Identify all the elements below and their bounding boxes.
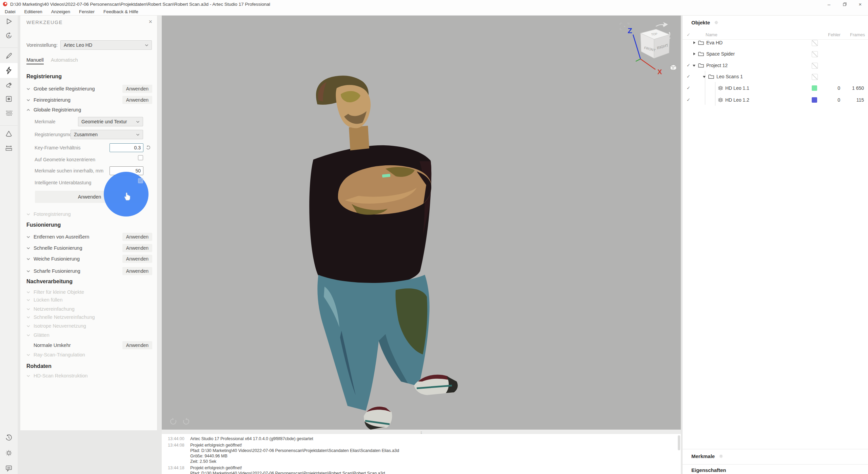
row-label[interactable]: Filter für kleine Objekte: [34, 289, 84, 295]
features-panel-header[interactable]: Merkmale: [683, 449, 868, 465]
color-swatch-empty[interactable]: [812, 40, 818, 46]
close-button[interactable]: ×: [852, 0, 868, 8]
visibility-check-icon[interactable]: ✓: [687, 97, 690, 102]
preset-dropdown[interactable]: Artec Leo HD: [60, 40, 152, 50]
publish-icon[interactable]: [5, 95, 13, 103]
menu-anzeigen[interactable]: Anzeigen: [51, 9, 70, 14]
row-label[interactable]: Normale Umkehr: [34, 343, 71, 348]
chevron-down-icon[interactable]: [26, 258, 30, 260]
undo-icon[interactable]: [170, 417, 177, 425]
apply-button[interactable]: Anwenden: [122, 85, 152, 93]
tree-row-hd-leo-1-2[interactable]: ✓ HD Leo 1.2 0 115: [683, 95, 868, 106]
row-label[interactable]: Schnelle Fusionierung: [34, 245, 82, 251]
subsampling-checkbox[interactable]: [138, 178, 143, 183]
chevron-down-icon[interactable]: [26, 236, 30, 238]
row-label[interactable]: Ray-Scan-Triangulation: [34, 352, 85, 357]
menu-editieren[interactable]: Editieren: [24, 9, 42, 14]
object-name[interactable]: Project 12: [706, 63, 728, 68]
apply-button[interactable]: Anwenden: [122, 255, 152, 263]
chevron-down-icon[interactable]: [26, 375, 30, 377]
column-name[interactable]: Name: [706, 32, 717, 37]
color-swatch[interactable]: [812, 85, 817, 91]
reset-icon[interactable]: [146, 145, 151, 150]
settings-gear-icon[interactable]: [5, 449, 13, 457]
menu-feedback-hilfe[interactable]: Feedback & Hilfe: [103, 9, 138, 14]
chevron-down-icon[interactable]: [26, 316, 30, 318]
chevron-down-icon[interactable]: [26, 354, 30, 356]
editor-pencil-icon[interactable]: [5, 52, 13, 60]
eraser-pattern-icon[interactable]: [5, 109, 13, 117]
chevron-down-icon[interactable]: [26, 99, 30, 101]
chevron-down-icon[interactable]: [26, 88, 30, 90]
tools-lightning-icon[interactable]: [5, 66, 13, 75]
visibility-check-icon[interactable]: ✓: [687, 63, 690, 68]
row-label[interactable]: Entfernen von Ausreißern: [34, 234, 89, 240]
object-name[interactable]: Space Spider: [706, 51, 735, 57]
chevron-down-icon[interactable]: [26, 308, 30, 310]
log-console[interactable]: 13:44:00 Artec Studio 17 Professional x6…: [162, 434, 681, 474]
apply-button[interactable]: Anwenden: [122, 244, 152, 252]
object-name[interactable]: HD Leo 1.2: [725, 97, 749, 103]
history-icon[interactable]: [5, 434, 13, 442]
row-label[interactable]: Scharfe Fusionierung: [34, 268, 80, 274]
scan-play-icon[interactable]: [5, 17, 13, 25]
object-name[interactable]: HD Leo 1.1: [725, 85, 749, 91]
tree-row-leo-scans-1[interactable]: ✓ Leo Scans 1: [683, 71, 868, 82]
apply-button[interactable]: Anwenden: [122, 96, 152, 104]
minimize-button[interactable]: –: [821, 0, 837, 8]
chevron-down-icon[interactable]: [26, 325, 30, 327]
expand-icon[interactable]: [693, 53, 695, 55]
tree-row-hd-leo-1-1[interactable]: ✓ HD Leo 1.1 0 1 650: [683, 83, 868, 94]
properties-panel-header[interactable]: Eigenschaften: [683, 464, 868, 474]
keyframe-input[interactable]: [110, 143, 143, 152]
restore-button[interactable]: [837, 0, 852, 8]
chevron-down-icon[interactable]: [26, 299, 30, 301]
collapse-icon[interactable]: [693, 65, 695, 67]
color-swatch-empty[interactable]: [812, 51, 818, 57]
color-swatch-empty[interactable]: [812, 74, 818, 80]
measure-ruler-icon[interactable]: [5, 144, 13, 152]
chevron-up-icon[interactable]: [26, 109, 30, 111]
collapse-console-icon[interactable]: ⌄⌄: [420, 431, 423, 433]
apply-button[interactable]: Anwenden: [122, 341, 152, 349]
menu-datei[interactable]: Datei: [5, 9, 16, 14]
apply-button[interactable]: Anwenden: [122, 267, 152, 275]
object-name[interactable]: Leo Scans 1: [716, 74, 743, 79]
row-label[interactable]: Grobe serielle Registrierung: [34, 86, 95, 91]
color-swatch[interactable]: [812, 97, 817, 103]
row-label[interactable]: Glätten: [34, 332, 50, 338]
row-label[interactable]: Globale Registrierung: [34, 107, 81, 112]
scanned-person-model[interactable]: [162, 16, 681, 430]
chevron-down-icon[interactable]: [26, 247, 30, 249]
construct-cone-icon[interactable]: [5, 130, 13, 138]
viewport-3d[interactable]: TOP FRONT RIGHT Z X: [162, 16, 681, 430]
geometry-checkbox[interactable]: [138, 155, 143, 160]
chevron-down-icon[interactable]: [26, 270, 30, 272]
chevron-down-icon[interactable]: [26, 213, 30, 215]
console-scrollbar[interactable]: [678, 435, 680, 450]
visibility-check-icon[interactable]: ✓: [687, 85, 690, 90]
menu-fenster[interactable]: Fenster: [79, 9, 95, 14]
autopilot-icon[interactable]: A: [5, 32, 13, 40]
redo-icon[interactable]: [182, 417, 190, 425]
row-label[interactable]: Fotoregistrierung: [34, 211, 71, 217]
row-label[interactable]: Feinregistrierung: [34, 97, 71, 103]
collapse-icon[interactable]: [703, 76, 706, 78]
column-frames[interactable]: Frames: [850, 32, 865, 37]
feedback-chat-icon[interactable]: [5, 464, 13, 472]
tab-automatic[interactable]: Automatisch: [51, 57, 78, 63]
tree-row-project-12[interactable]: ✓ Project 12: [683, 60, 868, 71]
column-errors[interactable]: Fehler: [828, 32, 841, 37]
row-label[interactable]: Lücken füllen: [34, 297, 62, 303]
object-name[interactable]: Eva HD: [706, 40, 723, 45]
chevron-down-icon[interactable]: [26, 334, 30, 336]
visibility-check-icon[interactable]: ✓: [687, 74, 690, 79]
row-label[interactable]: HD-Scan Rekonstruktion: [34, 373, 88, 378]
navigation-cube[interactable]: TOP FRONT RIGHT Z X: [616, 19, 681, 75]
apply-button[interactable]: Anwenden: [122, 233, 152, 241]
tools-panel-close-icon[interactable]: ×: [149, 18, 152, 25]
texture-roller-icon[interactable]: [5, 81, 13, 89]
row-label[interactable]: Schnelle Netzvereinfachung: [34, 314, 95, 320]
chevron-down-icon[interactable]: [26, 291, 30, 293]
panel-gear-icon[interactable]: [719, 454, 723, 458]
